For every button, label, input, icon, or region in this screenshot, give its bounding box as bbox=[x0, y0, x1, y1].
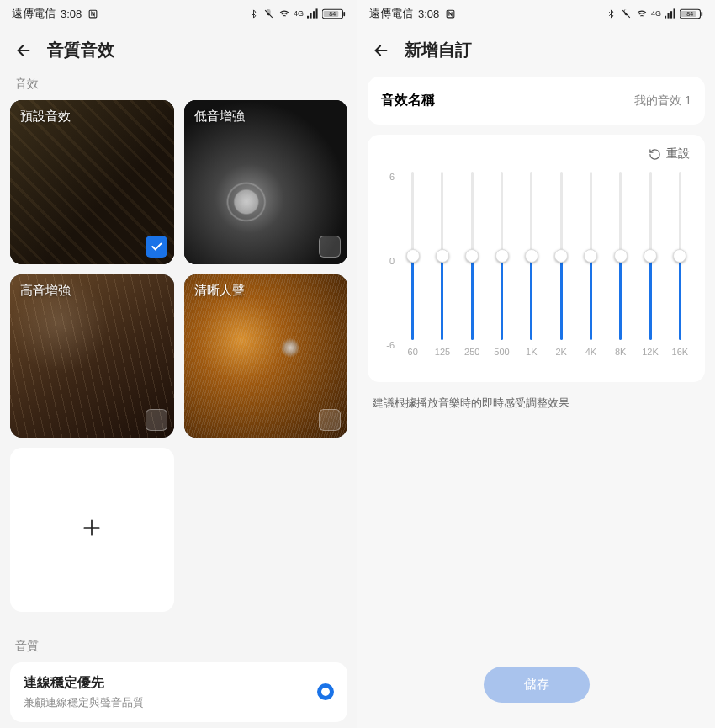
eq-freq-label: 500 bbox=[494, 347, 509, 357]
svg-rect-16 bbox=[701, 11, 702, 15]
eq-slider-4K[interactable]: 4K bbox=[576, 172, 606, 365]
nfc-icon bbox=[444, 8, 456, 19]
effect-label: 高音增強 bbox=[20, 283, 71, 299]
checkbox-unchecked-icon bbox=[319, 409, 341, 431]
reset-button[interactable]: 重設 bbox=[378, 146, 695, 172]
signal-icon bbox=[665, 8, 676, 19]
eq-knob[interactable] bbox=[495, 249, 509, 263]
effect-label: 低音增強 bbox=[194, 109, 245, 125]
equalizer-panel: 重設 6 0 -6 60 125 250 bbox=[368, 135, 705, 382]
svg-text:84: 84 bbox=[686, 11, 693, 17]
svg-rect-4 bbox=[316, 8, 318, 18]
wifi-icon bbox=[636, 8, 648, 19]
effect-name-row[interactable]: 音效名稱 我的音效 1 bbox=[368, 77, 705, 125]
eq-slider-1K[interactable]: 1K bbox=[516, 172, 546, 365]
header: 新增自訂 bbox=[358, 27, 715, 70]
reset-label: 重設 bbox=[666, 146, 690, 162]
quality-option-stable[interactable]: 連線穩定優先 兼顧連線穩定與聲音品質 bbox=[10, 662, 347, 722]
clock: 3:08 bbox=[418, 8, 439, 20]
eq-slider-8K[interactable]: 8K bbox=[606, 172, 635, 365]
eq-freq-label: 60 bbox=[408, 347, 418, 357]
battery-icon: 84 bbox=[680, 8, 703, 19]
save-button[interactable]: 儲存 bbox=[484, 667, 590, 703]
eq-freq-label: 4K bbox=[585, 347, 596, 357]
eq-y-axis: 6 0 -6 bbox=[378, 172, 395, 350]
eq-slider-500[interactable]: 500 bbox=[487, 172, 516, 365]
mute-icon bbox=[263, 8, 275, 19]
eq-freq-label: 125 bbox=[435, 347, 450, 357]
page-title: 新增自訂 bbox=[405, 39, 472, 61]
svg-rect-11 bbox=[668, 13, 670, 19]
quality-section-label: 音質 bbox=[0, 632, 358, 662]
eq-slider-16K[interactable]: 16K bbox=[665, 172, 695, 365]
hint-text: 建議根據播放音樂時的即時感受調整效果 bbox=[358, 382, 715, 424]
eq-knob[interactable] bbox=[525, 249, 538, 263]
reset-icon bbox=[649, 148, 661, 161]
network-label: 4G bbox=[651, 9, 661, 18]
screen-add-custom: 遠傳電信 3:08 4G 84 新增自訂 音效名稱 我的音效 1 重設 bbox=[358, 0, 715, 728]
eq-knob[interactable] bbox=[644, 249, 657, 263]
eq-slider-2K[interactable]: 2K bbox=[546, 172, 575, 365]
eq-knob[interactable] bbox=[584, 249, 597, 263]
eq-knob[interactable] bbox=[554, 249, 568, 263]
add-custom-effect-button[interactable] bbox=[10, 448, 174, 612]
eq-slider-250[interactable]: 250 bbox=[458, 172, 487, 365]
screen-sound-effects: 遠傳電信 3:08 4G 84 音質音效 音效 預設音效 bbox=[0, 0, 358, 728]
effect-card-vocal[interactable]: 清晰人聲 bbox=[184, 274, 348, 438]
effect-card-bass[interactable]: 低音增強 bbox=[184, 100, 348, 264]
arrow-left-icon bbox=[372, 41, 390, 60]
nfc-icon bbox=[87, 8, 98, 19]
svg-rect-13 bbox=[674, 8, 675, 18]
radio-selected-icon bbox=[317, 683, 334, 700]
effect-card-default[interactable]: 預設音效 bbox=[10, 100, 174, 264]
svg-rect-3 bbox=[313, 11, 315, 18]
eq-slider-12K[interactable]: 12K bbox=[635, 172, 665, 365]
svg-rect-7 bbox=[343, 11, 345, 15]
checkbox-checked-icon bbox=[146, 236, 167, 258]
eq-knob[interactable] bbox=[406, 249, 420, 263]
clock: 3:08 bbox=[61, 8, 82, 20]
arrow-left-icon bbox=[14, 41, 33, 60]
eq-knob[interactable] bbox=[673, 249, 686, 263]
svg-rect-10 bbox=[665, 16, 666, 19]
eq-freq-label: 16K bbox=[672, 347, 689, 357]
eq-slider-60[interactable]: 60 bbox=[398, 172, 427, 365]
svg-rect-12 bbox=[670, 11, 672, 18]
bluetooth-icon bbox=[606, 8, 617, 19]
svg-rect-1 bbox=[307, 16, 309, 19]
eq-freq-label: 12K bbox=[642, 347, 659, 357]
wifi-icon bbox=[278, 8, 290, 19]
checkbox-unchecked-icon bbox=[146, 409, 167, 431]
checkbox-unchecked-icon bbox=[319, 236, 341, 258]
effect-name-label: 音效名稱 bbox=[381, 92, 435, 109]
eq-freq-label: 2K bbox=[555, 347, 566, 357]
eq-slider-125[interactable]: 125 bbox=[427, 172, 457, 365]
battery-icon: 84 bbox=[322, 8, 346, 19]
effects-section-label: 音效 bbox=[0, 70, 358, 100]
header: 音質音效 bbox=[0, 27, 358, 70]
back-button[interactable] bbox=[13, 40, 34, 61]
bluetooth-icon bbox=[248, 8, 260, 19]
eq-knob[interactable] bbox=[614, 249, 628, 263]
effect-label: 清晰人聲 bbox=[194, 283, 245, 299]
svg-text:84: 84 bbox=[329, 11, 336, 17]
mute-icon bbox=[621, 8, 633, 19]
signal-icon bbox=[307, 8, 319, 19]
network-label: 4G bbox=[294, 9, 304, 18]
svg-rect-2 bbox=[310, 13, 312, 19]
page-title: 音質音效 bbox=[47, 39, 114, 61]
status-bar: 遠傳電信 3:08 4G 84 bbox=[0, 0, 358, 27]
eq-freq-label: 1K bbox=[526, 347, 537, 357]
status-bar: 遠傳電信 3:08 4G 84 bbox=[358, 0, 715, 27]
eq-freq-label: 8K bbox=[615, 347, 626, 357]
effect-name-value: 我的音效 1 bbox=[634, 93, 691, 109]
effect-card-treble[interactable]: 高音增強 bbox=[10, 274, 174, 438]
effect-label: 預設音效 bbox=[20, 109, 71, 125]
quality-subtitle: 兼顧連線穩定與聲音品質 bbox=[24, 695, 144, 710]
back-button[interactable] bbox=[371, 40, 391, 61]
quality-title: 連線穩定優先 bbox=[24, 674, 144, 692]
eq-knob[interactable] bbox=[436, 249, 449, 263]
eq-knob[interactable] bbox=[465, 249, 479, 263]
eq-freq-label: 250 bbox=[464, 347, 479, 357]
carrier-label: 遠傳電信 bbox=[369, 6, 413, 21]
